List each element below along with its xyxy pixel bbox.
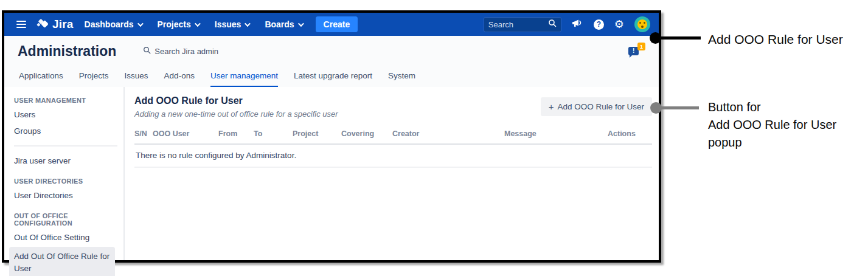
search-icon xyxy=(143,46,151,57)
navbar-right: ? ⚙ xyxy=(484,16,650,32)
sidebar-item-user-directories[interactable]: User Directories xyxy=(14,187,117,204)
column-header-creator: Creator xyxy=(392,129,504,138)
navbar-search-box[interactable] xyxy=(484,17,561,32)
chevron-down-icon xyxy=(298,21,304,27)
sidebar-item-jira-user-server[interactable]: Jira user server xyxy=(14,153,117,169)
column-header-from: From xyxy=(218,129,254,138)
search-icon xyxy=(548,19,557,30)
hamburger-menu-icon[interactable] xyxy=(16,21,26,28)
gear-icon[interactable]: ⚙ xyxy=(614,19,624,30)
page-title: Administration xyxy=(18,43,116,60)
plus-icon: + xyxy=(549,102,554,112)
column-header-actions: Actions xyxy=(608,129,652,138)
ooo-rules-table: S/N OOO User From To Project Covering Cr… xyxy=(134,129,652,168)
sidebar-heading-user-management: USER MANAGEMENT xyxy=(14,97,117,104)
tab-projects[interactable]: Projects xyxy=(79,71,109,87)
tab-system[interactable]: System xyxy=(388,71,415,87)
sidebar-divider xyxy=(14,145,117,147)
table-header-row: S/N OOO User From To Project Covering Cr… xyxy=(134,129,652,145)
jira-admin-window: Jira Dashboards Projects Issues Boards C… xyxy=(2,10,661,263)
nav-boards[interactable]: Boards xyxy=(265,19,302,29)
sidebar-heading-user-directories: USER DIRECTORIES xyxy=(14,178,117,185)
tab-latest-upgrade-report[interactable]: Latest upgrade report xyxy=(294,71,372,87)
sidebar-item-users[interactable]: Users xyxy=(14,106,117,123)
main-content: Add OOO Rule for User Adding a new one-t… xyxy=(125,87,659,260)
admin-search[interactable]: Search Jira admin xyxy=(143,46,218,57)
admin-header: Administration Search Jira admin ! 1 xyxy=(4,36,659,66)
content-heading: Add OOO Rule for User xyxy=(134,95,338,106)
nav-dashboards[interactable]: Dashboards xyxy=(85,19,142,29)
column-header-covering: Covering xyxy=(341,129,392,138)
nav-projects[interactable]: Projects xyxy=(158,19,199,29)
column-header-sn: S/N xyxy=(134,129,153,138)
column-header-message: Message xyxy=(504,129,608,138)
column-header-project: Project xyxy=(293,129,341,138)
add-ooo-rule-button[interactable]: + Add OOO Rule for User xyxy=(541,97,652,116)
jira-logo-icon xyxy=(36,16,49,32)
admin-search-label: Search Jira admin xyxy=(155,47,218,56)
sidebar-item-add-ooo-rule[interactable]: Add Out Of Office Rule for User xyxy=(9,247,115,276)
callout-notification-label: Add OOO Rule for User xyxy=(708,32,843,47)
top-navbar: Jira Dashboards Projects Issues Boards C… xyxy=(4,13,659,36)
callout-line xyxy=(656,36,701,40)
chevron-down-icon xyxy=(245,21,251,27)
admin-tabs: Applications Projects Issues Add-ons Use… xyxy=(4,66,659,87)
create-button[interactable]: Create xyxy=(316,16,358,32)
jira-logo-text: Jira xyxy=(52,18,74,31)
column-header-to: To xyxy=(254,129,293,138)
callout-line xyxy=(656,106,699,109)
tab-user-management[interactable]: User management xyxy=(210,71,278,87)
callout-button-label: Button for Add OOO Rule for User popup xyxy=(708,98,836,151)
notifications-icon[interactable]: ! 1 xyxy=(627,43,645,60)
add-ooo-rule-button-label: Add OOO Rule for User xyxy=(557,102,644,111)
notification-count-badge: 1 xyxy=(637,43,645,50)
sidebar-item-groups[interactable]: Groups xyxy=(14,123,117,139)
tab-issues[interactable]: Issues xyxy=(125,71,148,87)
user-avatar[interactable] xyxy=(634,16,650,32)
nav-issues[interactable]: Issues xyxy=(215,19,249,29)
sidebar-heading-ooo-configuration: OUT OF OFFICE CONFIGURATION xyxy=(14,212,117,227)
admin-sidebar: USER MANAGEMENT Users Groups Jira user s… xyxy=(4,87,125,260)
column-header-ooo-user: OOO User xyxy=(153,129,218,138)
megaphone-icon[interactable] xyxy=(572,18,583,31)
chevron-down-icon xyxy=(195,21,201,27)
tab-applications[interactable]: Applications xyxy=(19,71,63,87)
table-empty-state: There is no rule configured by Administr… xyxy=(134,145,652,168)
navbar-menu: Dashboards Projects Issues Boards xyxy=(85,19,302,29)
jira-logo[interactable]: Jira xyxy=(36,16,74,32)
content-subtitle: Adding a new one-time out of office rule… xyxy=(134,109,338,119)
help-icon[interactable]: ? xyxy=(594,19,604,30)
tab-add-ons[interactable]: Add-ons xyxy=(164,71,195,87)
chevron-down-icon xyxy=(137,21,143,27)
sidebar-item-ooo-setting[interactable]: Out Of Office Setting xyxy=(14,229,117,246)
navbar-search-input[interactable] xyxy=(488,20,548,29)
